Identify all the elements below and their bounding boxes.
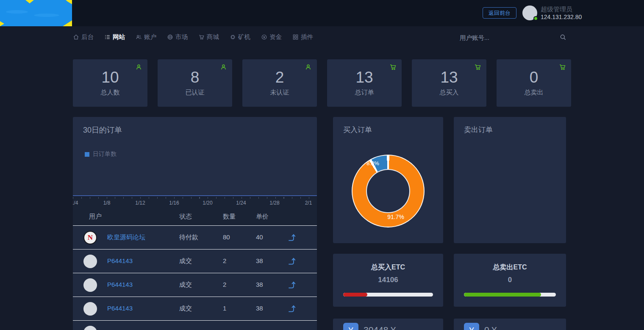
etc-value: 14106 bbox=[333, 276, 443, 284]
progress-fill bbox=[343, 293, 367, 297]
nav-item-mall[interactable]: 商城 bbox=[198, 33, 219, 41]
nav-label: 网站 bbox=[113, 33, 125, 41]
stat-card-total-sell: 0 总卖出 bbox=[497, 59, 571, 107]
table-row[interactable]: P644143 成交 2 38 bbox=[73, 250, 317, 273]
donut-hole bbox=[366, 169, 410, 213]
x-tick-label: 1/8 bbox=[103, 200, 111, 206]
online-status-dot bbox=[533, 16, 538, 21]
user-link[interactable]: P644143 bbox=[107, 257, 133, 264]
stat-label: 总人数 bbox=[73, 89, 147, 97]
qty-cell: 2 bbox=[223, 257, 226, 264]
col-header-status: 状态 bbox=[179, 213, 192, 221]
stat-label: 总卖出 bbox=[497, 89, 571, 97]
user-link[interactable]: 欧皇源码论坛 bbox=[107, 233, 145, 241]
user-link[interactable]: P644143 bbox=[107, 305, 133, 312]
user-avatar[interactable] bbox=[522, 6, 537, 20]
donut-label-orange: 91.7% bbox=[382, 214, 409, 220]
nav-item-funds[interactable]: 资金 bbox=[261, 33, 282, 41]
axis-ticks bbox=[73, 197, 317, 199]
user-meta: 超级管理员 124.131.232.80 bbox=[541, 5, 582, 21]
coin-icon bbox=[261, 34, 267, 40]
back-to-front-button[interactable]: 返回前台 bbox=[483, 7, 516, 19]
nav-item-miner[interactable]: 矿机 bbox=[230, 33, 250, 41]
table-row[interactable]: P644143 成交 1 38 bbox=[73, 297, 317, 321]
table-row[interactable]: N 欧皇源码论坛 待付款 80 40 bbox=[73, 226, 317, 250]
chip-icon bbox=[230, 34, 236, 40]
stat-label: 已认证 bbox=[158, 89, 232, 97]
cart-icon bbox=[559, 64, 566, 71]
col-header-price: 单价 bbox=[256, 213, 269, 221]
home-icon bbox=[73, 34, 79, 40]
yen-icon: ¥ bbox=[343, 323, 358, 330]
users-icon bbox=[136, 34, 142, 40]
stat-value: 8 bbox=[158, 69, 232, 86]
sell-amount-card: ¥ 0 ¥ bbox=[454, 319, 566, 330]
nav-item-backend[interactable]: 后台 bbox=[73, 33, 94, 41]
sell-orders-panel: 卖出订单 bbox=[454, 117, 566, 243]
donut-label-blue: 8.3% bbox=[360, 160, 386, 166]
qty-cell: 80 bbox=[223, 233, 230, 241]
avatar bbox=[83, 302, 97, 316]
table-header: 用户 状态 数量 单价 bbox=[73, 208, 317, 226]
user-icon bbox=[135, 64, 142, 71]
progress-track bbox=[343, 293, 433, 297]
nav-label: 资金 bbox=[269, 33, 282, 41]
panel-title: 买入订单 bbox=[343, 125, 372, 135]
admin-dashboard: 返回前台 超级管理员 124.131.232.80 后台 网站 账户 市场 bbox=[0, 0, 644, 330]
stat-card-unverified: 2 未认证 bbox=[242, 59, 317, 107]
search-input[interactable] bbox=[460, 32, 555, 43]
price-cell: 40 bbox=[256, 233, 263, 241]
order-detail-arrow-icon[interactable] bbox=[287, 280, 297, 289]
user-icon bbox=[305, 64, 312, 71]
site-logo[interactable] bbox=[0, 0, 72, 26]
top-bar: 返回前台 超级管理员 124.131.232.80 bbox=[0, 0, 644, 26]
legend-label: 日订单数 bbox=[93, 150, 117, 158]
status-cell: 成交 bbox=[179, 257, 192, 265]
total-buy-etc-card: 总买入ETC 14106 bbox=[333, 254, 443, 307]
main-nav: 后台 网站 账户 市场 商城 矿机 资金 插件 bbox=[73, 33, 313, 41]
status-cell: 待付款 bbox=[179, 233, 198, 241]
stat-value: 13 bbox=[412, 69, 486, 86]
yen-icon: ¥ bbox=[464, 323, 479, 330]
nav-item-accounts[interactable]: 账户 bbox=[136, 33, 156, 41]
order-detail-arrow-icon[interactable] bbox=[287, 256, 297, 266]
order-detail-arrow-icon[interactable] bbox=[287, 304, 297, 313]
chart-legend[interactable]: 日订单数 bbox=[85, 150, 117, 158]
stat-card-total-buy: 13 总买入 bbox=[412, 59, 486, 107]
search-icon[interactable] bbox=[560, 34, 566, 41]
nav-label: 插件 bbox=[301, 33, 313, 41]
stat-label: 总买入 bbox=[412, 89, 486, 97]
money-amount: 0 ¥ bbox=[484, 325, 497, 330]
user-ip: 124.131.232.80 bbox=[541, 13, 582, 21]
plugin-icon bbox=[292, 34, 299, 40]
legend-swatch bbox=[85, 152, 89, 157]
qty-cell: 1 bbox=[223, 305, 226, 312]
avatar bbox=[83, 278, 97, 292]
nav-label: 市场 bbox=[175, 33, 188, 41]
stat-value: 13 bbox=[327, 69, 402, 86]
table-row[interactable]: P644143 成交 2 38 bbox=[73, 273, 317, 297]
col-header-user: 用户 bbox=[89, 213, 102, 221]
etc-title: 总买入ETC bbox=[333, 263, 443, 272]
search-area bbox=[460, 32, 566, 43]
stat-card-verified: 8 已认证 bbox=[158, 59, 232, 107]
order-detail-arrow-icon[interactable] bbox=[287, 233, 297, 242]
stat-label: 总订单 bbox=[327, 89, 402, 97]
status-cell: 成交 bbox=[179, 281, 192, 289]
money-amount: 30448 ¥ bbox=[364, 325, 396, 330]
progress-fill bbox=[464, 293, 541, 297]
x-tick-label: 1/12 bbox=[135, 200, 145, 206]
stat-card-total-users: 10 总人数 bbox=[73, 59, 147, 107]
nav-item-market[interactable]: 市场 bbox=[167, 33, 188, 41]
col-header-qty: 数量 bbox=[223, 213, 236, 221]
buy-orders-panel: 买入订单 8.3% 91.7% bbox=[333, 117, 443, 243]
progress-track bbox=[464, 293, 556, 297]
qty-cell: 2 bbox=[223, 281, 226, 288]
nav-item-plugins[interactable]: 插件 bbox=[292, 33, 313, 41]
nav-label: 账户 bbox=[144, 33, 156, 41]
list-icon bbox=[104, 34, 111, 40]
user-link[interactable]: P644143 bbox=[107, 281, 133, 288]
nav-item-website[interactable]: 网站 bbox=[104, 33, 125, 41]
table-row[interactable] bbox=[73, 321, 317, 330]
stat-value: 2 bbox=[242, 69, 317, 86]
